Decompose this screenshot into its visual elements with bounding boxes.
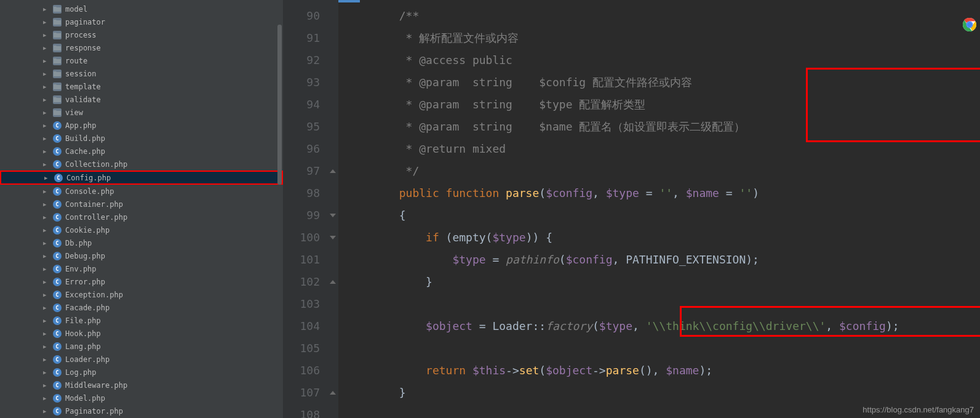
expand-arrow-icon[interactable]: ▶	[43, 148, 49, 155]
file-tree-sidebar: ▶model▶paginator▶process▶response▶route▶…	[0, 0, 283, 418]
fold-open-icon[interactable]	[329, 233, 337, 242]
expand-arrow-icon[interactable]: ▶	[43, 123, 49, 129]
tree-item[interactable]: ▶CError.php	[0, 275, 283, 288]
chrome-icon	[962, 17, 977, 32]
code-token: ,	[632, 320, 646, 332]
expand-arrow-icon[interactable]: ▶	[43, 240, 49, 246]
expand-arrow-icon[interactable]: ▶	[43, 344, 49, 350]
tree-item[interactable]: ▶CCache.php	[0, 145, 283, 158]
expand-arrow-icon[interactable]: ▶	[43, 45, 49, 51]
tree-item[interactable]: ▶CMiddleware.php	[0, 379, 283, 392]
expand-arrow-icon[interactable]: ▶	[43, 6, 49, 12]
expand-arrow-icon[interactable]: ▶	[43, 71, 49, 77]
expand-arrow-icon[interactable]: ▶	[43, 161, 49, 167]
expand-arrow-icon[interactable]: ▶	[43, 356, 49, 363]
tree-item-selected[interactable]: ▶CConfig.php	[0, 171, 283, 185]
expand-arrow-icon[interactable]: ▶	[43, 369, 49, 376]
code-line[interactable]: * 解析配置文件或内容	[338, 27, 519, 49]
tree-item[interactable]: ▶CContainer.php	[0, 198, 283, 211]
code-line[interactable]: }	[338, 271, 432, 293]
sidebar-scrollbar-thumb[interactable]	[277, 25, 282, 185]
fold-close-icon[interactable]	[329, 167, 337, 175]
expand-arrow-icon[interactable]: ▶	[43, 227, 49, 233]
tree-item[interactable]: ▶CConsole.php	[0, 185, 283, 198]
code-line[interactable]: }	[338, 382, 406, 404]
expand-arrow-icon[interactable]: ▶	[43, 266, 49, 272]
expand-arrow-icon[interactable]: ▶	[43, 135, 49, 142]
code-line[interactable]: * @param string $config 配置文件路径或内容	[338, 71, 692, 94]
code-line[interactable]: * @access public	[338, 49, 512, 71]
fold-open-icon[interactable]	[329, 211, 337, 220]
tree-item[interactable]: ▶view	[0, 106, 283, 119]
tree-item[interactable]: ▶CModel.php	[0, 392, 283, 404]
code-token: */	[399, 164, 420, 177]
code-line[interactable]: /**	[338, 5, 419, 27]
expand-arrow-icon[interactable]: ▶	[43, 408, 49, 414]
tree-item[interactable]: ▶CApp.php	[0, 119, 283, 132]
code-editor[interactable]: 90 /**91 * 解析配置文件或内容92 * @access public9…	[283, 0, 980, 418]
expand-arrow-icon[interactable]: ▶	[43, 279, 49, 285]
expand-arrow-icon[interactable]: ▶	[43, 214, 49, 220]
code-line[interactable]: $type = pathinfo($config, PATHINFO_EXTEN…	[338, 249, 759, 271]
code-line[interactable]: * @return mixed	[338, 138, 506, 160]
tree-item[interactable]: ▶CHook.php	[0, 327, 283, 340]
expand-arrow-icon[interactable]: ▶	[43, 110, 49, 116]
tree-item[interactable]: ▶CLang.php	[0, 340, 283, 353]
code-token: ,	[672, 187, 686, 199]
code-line[interactable]: * @param string $type 配置解析类型	[338, 94, 645, 116]
tree-item[interactable]: ▶CCookie.php	[0, 223, 283, 236]
tree-item[interactable]: ▶CFile.php	[0, 314, 283, 327]
expand-arrow-icon[interactable]: ▶	[43, 201, 49, 207]
expand-arrow-icon[interactable]: ▶	[43, 84, 49, 90]
tree-item[interactable]: ▶CLoader.php	[0, 353, 283, 366]
tree-item[interactable]: ▶process	[0, 28, 283, 41]
code-line[interactable]: if (empty($type)) {	[338, 227, 552, 249]
expand-arrow-icon[interactable]: ▶	[43, 292, 49, 298]
expand-arrow-icon[interactable]: ▶	[43, 395, 49, 401]
code-line[interactable]: */	[338, 160, 419, 182]
code-line[interactable]: return $this->set($object->parse(), $nam…	[338, 360, 712, 382]
tree-item[interactable]: ▶CBuild.php	[0, 132, 283, 145]
tree-item[interactable]: ▶CDebug.php	[0, 249, 283, 262]
code-line[interactable]	[338, 404, 399, 418]
code-line[interactable]: {	[338, 204, 406, 227]
tree-item[interactable]: ▶model	[0, 2, 283, 15]
fold-close-icon[interactable]	[329, 278, 337, 286]
expand-arrow-icon[interactable]: ▶	[43, 19, 49, 25]
expand-arrow-icon[interactable]: ▶	[43, 305, 49, 311]
tree-item[interactable]: ▶CCollection.php	[0, 158, 283, 171]
tree-item[interactable]: ▶response	[0, 41, 283, 54]
code-line[interactable]: public function parse($config, $type = '…	[338, 182, 759, 204]
expand-arrow-icon[interactable]: ▶	[43, 58, 49, 64]
expand-arrow-icon[interactable]: ▶	[43, 382, 49, 388]
code-line[interactable]	[338, 293, 399, 315]
code-line[interactable]: * @param string $name 配置名（如设置即表示二级配置）	[338, 116, 745, 138]
tree-item[interactable]: ▶CDb.php	[0, 236, 283, 249]
tree-item[interactable]: ▶CController.php	[0, 211, 283, 223]
class-file-icon: C	[53, 278, 62, 286]
tree-item-label: route	[65, 57, 87, 65]
tree-item[interactable]: ▶route	[0, 54, 283, 67]
sidebar-scrollbar[interactable]	[277, 0, 282, 418]
tree-item[interactable]: ▶paginator	[0, 15, 283, 28]
code-line[interactable]	[338, 337, 399, 360]
expand-arrow-icon[interactable]: ▶	[43, 253, 49, 259]
fold-close-icon[interactable]	[329, 388, 337, 397]
expand-arrow-icon[interactable]: ▶	[43, 188, 49, 195]
tree-item[interactable]: ▶CPaginator.php	[0, 404, 283, 417]
tree-item[interactable]: ▶template	[0, 80, 283, 93]
tree-item[interactable]: ▶CEnv.php	[0, 262, 283, 275]
class-file-icon: C	[53, 160, 62, 169]
expand-arrow-icon[interactable]: ▶	[44, 175, 50, 181]
tree-item[interactable]: ▶session	[0, 67, 283, 80]
code-line[interactable]: $object = Loader::factory($type, '\\thin…	[338, 315, 899, 337]
expand-arrow-icon[interactable]: ▶	[43, 331, 49, 337]
tree-item[interactable]: ▶CFacade.php	[0, 301, 283, 314]
expand-arrow-icon[interactable]: ▶	[43, 97, 49, 103]
tree-item[interactable]: ▶validate	[0, 93, 283, 106]
tree-item[interactable]: ▶CLog.php	[0, 366, 283, 379]
tree-item[interactable]: ▶CException.php	[0, 288, 283, 301]
expand-arrow-icon[interactable]: ▶	[43, 318, 49, 324]
expand-arrow-icon[interactable]: ▶	[43, 32, 49, 38]
code-token: }	[399, 275, 432, 288]
